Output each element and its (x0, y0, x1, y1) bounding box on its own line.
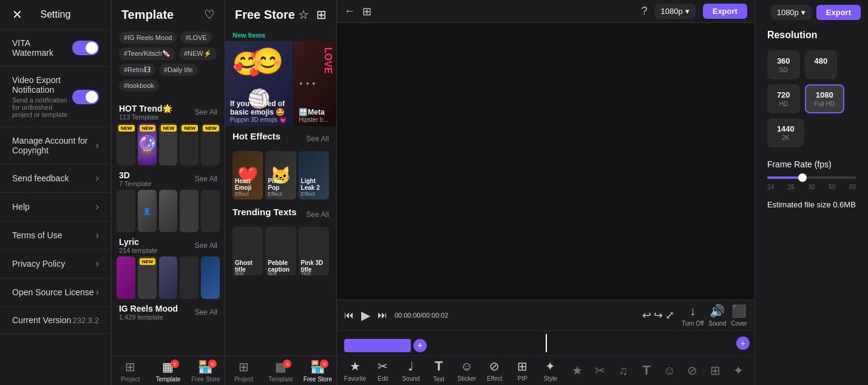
trending-pink3d[interactable]: Pink 3D title Text (299, 227, 329, 275)
export-button-editor[interactable]: Export (703, 4, 747, 19)
3d-thumb-1[interactable] (117, 190, 135, 232)
add-clip-button[interactable]: + (413, 339, 427, 352)
sound-bottom-tool[interactable]: ♩ Sound (398, 359, 424, 382)
extra-tool-8[interactable]: ✦ (728, 363, 750, 378)
trending-ghost[interactable]: Ghost title text (232, 227, 263, 275)
meta-card[interactable]: LOVE ✦ ✦ ✦ 🔛Meta Hipster b... (294, 41, 336, 126)
favorite-tool[interactable]: ★ Favorite (342, 359, 368, 382)
effect-tool[interactable]: ⊘ Effect (481, 359, 508, 382)
skip-forward-icon[interactable]: ⏭ (378, 310, 387, 321)
template-thumb-1[interactable]: NEW (117, 123, 135, 166)
oss-item[interactable]: Open Source License › (0, 278, 111, 307)
trending-see-all[interactable]: See All (307, 210, 329, 219)
sound-tool[interactable]: 🔊 Sound (708, 304, 726, 327)
freestore-star-icon[interactable]: ☆ (298, 7, 309, 22)
back-arrow-icon[interactable]: ← (344, 5, 355, 18)
ig-reels-see-all[interactable]: See All (195, 308, 217, 316)
extra-tool-2[interactable]: ✂ (589, 363, 611, 378)
sticker-tool[interactable]: ☺ Sticker (453, 360, 480, 382)
res-360[interactable]: 360 SD (767, 50, 800, 79)
tag-daily[interactable]: #Daily life (159, 64, 198, 76)
hot-trend-see-all[interactable]: See All (195, 108, 217, 116)
hot-effects-see-all[interactable]: See All (307, 135, 329, 143)
lyric-thumb-4[interactable] (180, 256, 198, 299)
nav-template-fs[interactable]: ▦ Template 8 (262, 360, 299, 383)
template-thumb-5[interactable]: NEW (201, 123, 220, 166)
terms-arrow: › (96, 230, 99, 241)
res-480[interactable]: 480 (805, 50, 838, 79)
video-export-toggle[interactable] (72, 90, 99, 104)
3d-thumb-3[interactable] (159, 190, 178, 232)
extra-tool-1[interactable]: ★ (566, 363, 588, 378)
help-icon[interactable]: ? (642, 5, 648, 18)
nav-project-left[interactable]: ⊞ Project (112, 360, 149, 383)
template-thumb-3[interactable]: NEW (159, 123, 178, 166)
lyric-thumb-3[interactable] (159, 256, 178, 299)
res-dropdown-panel[interactable]: 1080p ▾ (771, 5, 812, 20)
extra-tool-5[interactable]: ☺ (659, 364, 680, 378)
lyric-thumb-1[interactable]: NEW (117, 256, 135, 299)
3d-thumb-5[interactable] (201, 190, 220, 232)
3d-thumb-4[interactable] (180, 190, 198, 232)
res-1080[interactable]: 1080 Full HD (805, 84, 844, 113)
new-badge-2: NEW (140, 125, 156, 132)
video-export-item[interactable]: Video Export Notification Send a notific… (0, 67, 111, 127)
trending-pebble[interactable]: Pebble caption text (265, 227, 296, 275)
vita-watermark-toggle[interactable] (72, 41, 99, 55)
lyric-thumb-5[interactable] (201, 256, 220, 299)
track-add-icon[interactable]: + (736, 336, 750, 350)
tag-love[interactable]: #LOVE (180, 32, 211, 44)
nav-project-fs[interactable]: ⊞ Project (225, 360, 262, 383)
pip-tool[interactable]: ⊞ PIP (509, 359, 536, 382)
style-tool[interactable]: ✦ Style (537, 359, 564, 382)
skip-back-icon[interactable]: ⏮ (344, 310, 354, 321)
extra-tool-7[interactable]: ⊞ (705, 363, 727, 378)
play-icon[interactable]: ▶ (361, 308, 370, 323)
res-1440[interactable]: 1440 2K (767, 118, 804, 147)
redo-icon[interactable]: ↪ (654, 309, 663, 322)
turn-off-tool[interactable]: ↓ Turn Off (682, 304, 704, 327)
send-feedback-item[interactable]: Send feedback › (0, 164, 111, 193)
template-thumb-2[interactable]: NEW 🔮 (138, 123, 157, 166)
fps-knob[interactable] (798, 173, 807, 182)
res-720[interactable]: 720 HD (767, 84, 800, 113)
3d-thumb-2[interactable]: 👤 (138, 190, 157, 232)
expand-icon[interactable]: ⤢ (665, 309, 674, 322)
grid-layout-icon[interactable]: ⊞ (362, 5, 371, 18)
tag-teen[interactable]: #Teen/Kitsch🍬 (119, 47, 175, 60)
effect-pixel-pop[interactable]: 🐱 Pixel Pop Effect (265, 151, 296, 199)
template-thumb-4[interactable]: NEW (180, 123, 198, 166)
manage-account-item[interactable]: Manage Account for Copyright › (0, 127, 111, 164)
tag-new[interactable]: #NEW⚡ (179, 47, 217, 60)
fps-slider[interactable] (767, 176, 856, 179)
help-item[interactable]: Help › (0, 193, 111, 221)
effect-light-leak[interactable]: Light Leak 2 Effect (299, 151, 329, 199)
nav-template-left[interactable]: ▦ Template 6 (149, 360, 187, 383)
effect-heart-emoji[interactable]: ❤️ Heart Emoji Effect (232, 151, 263, 199)
freestore-grid-icon[interactable]: ⊞ (316, 7, 327, 22)
cover-tool[interactable]: ⬛ Cover (731, 304, 747, 327)
tag-retro[interactable]: #Retro🎞 (119, 64, 155, 76)
emoji-card[interactable]: 🥰 😊 🏐 If you're tired of basic emojis 🤩 … (225, 41, 293, 126)
main-track-clip[interactable] (344, 339, 411, 352)
extra-tool-3[interactable]: ♫ (612, 364, 634, 378)
edit-tool[interactable]: ✂ Edit (370, 359, 396, 382)
close-icon[interactable]: ✕ (10, 7, 24, 22)
extra-tool-6[interactable]: ⊘ (682, 363, 704, 378)
privacy-item[interactable]: Privacy Policy › (0, 250, 111, 278)
tag-lookbook[interactable]: #lookbook (119, 79, 159, 92)
3d-see-all[interactable]: See All (195, 175, 217, 183)
tag-ig-reels[interactable]: #IG Reels Mood (119, 32, 177, 44)
undo-icon[interactable]: ↩ (642, 309, 651, 322)
export-button-panel[interactable]: Export (816, 5, 861, 20)
terms-item[interactable]: Terms of Use › (0, 221, 111, 250)
template-heart-icon[interactable]: ♡ (204, 7, 215, 22)
vita-watermark-item[interactable]: VITA Watermark (0, 30, 111, 67)
lyric-see-all[interactable]: See All (195, 241, 217, 250)
res-dropdown-editor[interactable]: 1080p ▾ (655, 4, 696, 19)
nav-freestore-left[interactable]: 🏪 Free Store 8 (187, 360, 225, 383)
extra-tool-4[interactable]: T (636, 363, 657, 378)
nav-freestore-fs[interactable]: 🏪 Free Store 9 (299, 360, 336, 383)
lyric-thumb-2[interactable]: NEW (138, 256, 157, 299)
text-tool[interactable]: T Text (426, 358, 452, 383)
